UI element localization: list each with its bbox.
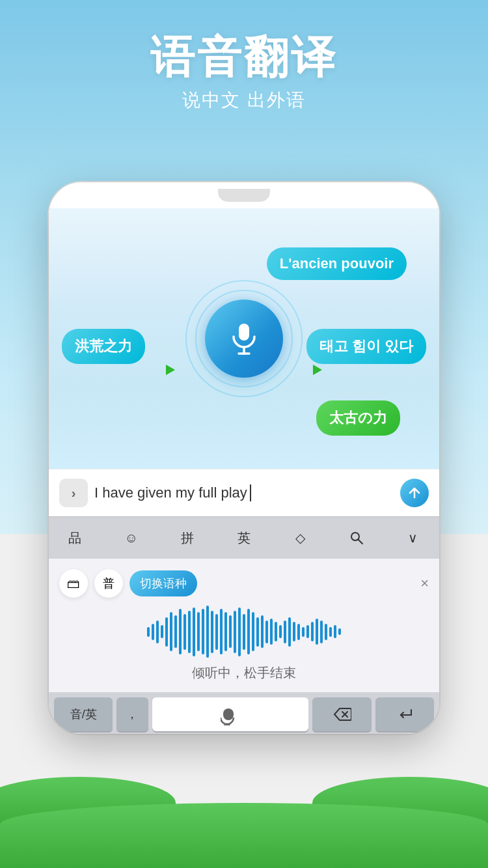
arrow-icon-left — [166, 365, 175, 375]
wave-bar — [334, 625, 336, 638]
wave-bar — [229, 615, 232, 648]
bubble-chinese: 洪荒之力 — [62, 329, 145, 364]
wave-bar — [311, 622, 314, 641]
wave-bar — [174, 615, 177, 648]
close-button[interactable]: × — [420, 575, 429, 592]
wave-bar — [284, 621, 286, 643]
send-button[interactable] — [400, 479, 429, 507]
input-cursor — [250, 484, 251, 501]
wave-bar — [197, 612, 200, 651]
svg-rect-0 — [239, 324, 249, 341]
voice-badge-pu[interactable]: 普 — [94, 569, 123, 598]
bubble-korean: 태고 힘이 있다 — [306, 329, 426, 364]
phone-notch — [218, 189, 270, 202]
switch-lang-button[interactable]: 切换语种 — [129, 570, 197, 596]
title-section: 语音翻译 说中文 出外语 — [0, 33, 488, 113]
sub-title: 说中文 出外语 — [0, 88, 488, 113]
wave-bar — [316, 619, 318, 645]
phone-frame: L'ancien pouvoir 洪荒之力 태고 힘이 있다 太古の力 — [49, 182, 439, 734]
grass-main — [0, 803, 488, 868]
wave-bar — [224, 612, 227, 651]
bubble-french: L'ancien pouvoir — [267, 247, 407, 280]
phone-top-bar — [49, 182, 439, 208]
waveform — [59, 606, 429, 658]
wave-bar — [188, 611, 191, 653]
key-space[interactable] — [152, 697, 309, 731]
bubble-japanese: 太古の力 — [316, 400, 400, 436]
mic-center — [205, 300, 283, 378]
wave-bar — [234, 611, 236, 653]
wave-bar — [306, 625, 309, 638]
wave-bar — [238, 608, 241, 656]
svg-line-4 — [359, 540, 363, 544]
kb-emoji-btn[interactable]: ☺ — [116, 524, 147, 552]
main-title: 语音翻译 — [0, 33, 488, 81]
wave-bar — [170, 612, 172, 651]
wave-bar — [179, 609, 182, 654]
svg-rect-5 — [223, 708, 234, 720]
kb-code-btn[interactable]: ◇ — [285, 524, 316, 552]
voice-panel-top: 🗃 普 切换语种 × — [59, 569, 429, 598]
input-field[interactable]: I have given my full play — [94, 484, 394, 501]
wave-bar — [147, 627, 150, 637]
wave-bar — [161, 625, 163, 638]
wave-bar — [325, 624, 327, 640]
kb-search-btn[interactable] — [341, 524, 372, 552]
voice-badge-briefcase[interactable]: 🗃 — [59, 569, 88, 598]
key-audio-english[interactable]: 音/英 — [54, 697, 113, 731]
wave-bar — [261, 615, 264, 648]
input-bar: › I have given my full play — [49, 469, 439, 516]
wave-bar — [252, 612, 254, 651]
kb-more-btn[interactable]: ∨ — [398, 524, 429, 552]
arrow-icon-right — [313, 365, 322, 375]
input-arrow-button[interactable]: › — [59, 479, 88, 507]
wave-bar — [202, 609, 204, 654]
voice-hint: 倾听中，松手结束 — [59, 664, 429, 682]
wave-bar — [256, 617, 259, 647]
translation-area: L'ancien pouvoir 洪荒之力 태고 힘이 있다 太古の力 — [49, 208, 439, 469]
wave-bar — [320, 621, 323, 643]
wave-bar — [279, 625, 282, 638]
wave-bar — [243, 614, 245, 650]
mic-icon — [228, 322, 260, 355]
wave-bar — [288, 617, 291, 647]
keyboard-bottom-row: 音/英 ， — [54, 697, 434, 731]
wave-bar — [193, 608, 195, 656]
arrow-left — [166, 365, 175, 375]
voice-panel: 🗃 普 切换语种 × — [49, 559, 439, 692]
wave-bar — [338, 628, 341, 635]
wave-bar — [275, 622, 277, 641]
phone-mockup: L'ancien pouvoir 洪荒之力 태고 힘이 있다 太古の力 — [49, 182, 439, 734]
wave-bar — [220, 609, 223, 654]
kb-grid-btn[interactable]: 品 — [59, 524, 90, 552]
wave-bar — [247, 609, 250, 654]
wave-bar — [293, 622, 295, 641]
wave-bar — [302, 627, 305, 637]
key-comma[interactable]: ， — [116, 697, 148, 731]
wave-bar — [270, 619, 273, 645]
keyboard-toolbar: 品 ☺ 拼 英 ◇ ∨ — [49, 516, 439, 559]
wave-bar — [297, 624, 300, 640]
key-return[interactable] — [375, 697, 434, 731]
wave-bar — [211, 611, 213, 653]
keyboard-bottom: 音/英 ， — [49, 692, 439, 734]
wave-bar — [215, 614, 218, 650]
kb-english-btn[interactable]: 英 — [228, 524, 260, 552]
wave-bar — [156, 621, 159, 643]
wave-bar — [165, 617, 168, 647]
kb-pinyin-btn[interactable]: 拼 — [172, 524, 203, 552]
wave-bar — [152, 624, 154, 640]
wave-bar — [183, 614, 186, 650]
mic-button[interactable] — [205, 300, 283, 378]
wave-bar — [329, 627, 332, 637]
wave-bar — [265, 621, 268, 643]
wave-bar — [206, 606, 209, 658]
arrow-right — [313, 365, 322, 375]
key-delete[interactable] — [312, 697, 371, 731]
